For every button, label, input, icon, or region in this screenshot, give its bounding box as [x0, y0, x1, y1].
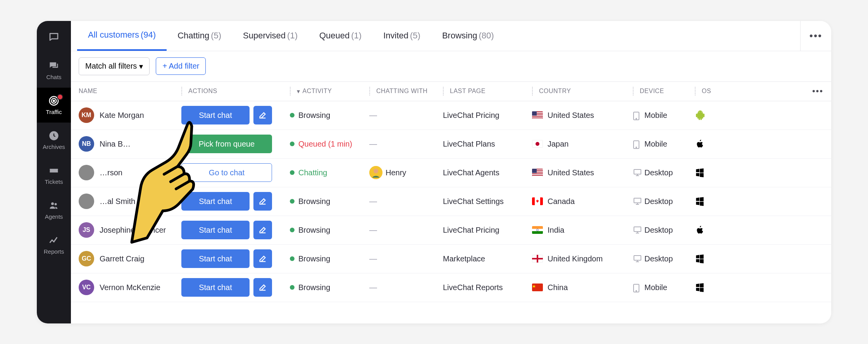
empty-value: —	[369, 254, 377, 263]
table-row[interactable]: GCGarrett CraigStart chatBrowsing—Market…	[71, 245, 831, 273]
empty-value: —	[369, 226, 377, 235]
header-chatting-with[interactable]: Chatting with	[369, 87, 443, 95]
desktop-icon	[633, 169, 641, 176]
sidebar-item-chats[interactable]: Chats	[37, 53, 71, 88]
empty-value: —	[369, 197, 377, 206]
windows-os-icon	[695, 167, 706, 178]
clock-icon	[48, 130, 60, 142]
tab-label: Chatting	[177, 31, 209, 41]
status-dot-icon	[290, 285, 294, 290]
svg-point-20	[636, 147, 637, 148]
reports-chart-icon	[48, 235, 60, 246]
tab-label: Queued	[319, 31, 350, 41]
last-page: LiveChat Pricing	[443, 226, 499, 235]
edit-button[interactable]	[253, 106, 272, 124]
country-name: United Kingdom	[548, 254, 603, 263]
sidebar-item-tickets[interactable]: Tickets	[37, 157, 71, 192]
tab-all-customers[interactable]: All customers(94)	[77, 21, 167, 51]
table-row[interactable]: VCVernon McKenzieStart chatBrowsing—Live…	[71, 273, 831, 302]
sidebar-item-agents[interactable]: Agents	[37, 192, 71, 227]
last-page: LiveChat Pricing	[443, 111, 499, 120]
start-chat-button[interactable]: Start chat	[181, 221, 250, 239]
edit-button[interactable]	[253, 221, 272, 239]
header-country[interactable]: Country	[532, 87, 633, 95]
status-dot-icon	[290, 142, 294, 146]
status-dot-icon	[290, 256, 294, 261]
header-os[interactable]: OS	[695, 87, 718, 95]
filters-row: Match all filters ▾ + Add filter	[71, 51, 831, 82]
svg-point-2	[53, 100, 55, 102]
status-dot-icon	[290, 228, 294, 232]
svg-point-18	[536, 142, 539, 146]
sidebar-label: Agents	[45, 213, 63, 220]
customer-avatar: GC	[79, 251, 94, 266]
tab-browsing[interactable]: Browsing(80)	[431, 21, 505, 51]
flag-in-icon	[532, 226, 543, 234]
match-filters-label: Match all filters	[85, 62, 137, 71]
flag-ca-icon	[532, 197, 543, 205]
device-type: Desktop	[644, 226, 673, 235]
svg-point-5	[55, 203, 57, 205]
device-type: Desktop	[644, 254, 673, 263]
svg-rect-32	[532, 197, 535, 205]
customer-avatar: VC	[79, 280, 94, 295]
header-last-page[interactable]: Last page	[443, 87, 532, 95]
header-device[interactable]: Device	[633, 87, 695, 95]
svg-rect-11	[532, 118, 543, 119]
tab-chatting[interactable]: Chatting(5)	[167, 21, 232, 51]
caret-down-icon: ▾	[139, 62, 143, 71]
activity-status: Chatting	[298, 168, 327, 177]
tab-count: (1)	[351, 31, 362, 41]
customer-name: Garrett Craig	[100, 254, 145, 263]
start-chat-button[interactable]: Start chat	[181, 278, 250, 297]
last-page: LiveChat Agents	[443, 168, 499, 177]
flag-us-icon	[532, 111, 543, 119]
edit-button[interactable]	[253, 249, 272, 268]
tab-count: (1)	[287, 31, 298, 41]
sidebar-label: Chats	[46, 74, 61, 80]
sidebar-item-traffic[interactable]: Traffic	[37, 88, 71, 123]
sidebar-label: Tickets	[45, 178, 63, 185]
svg-rect-42	[532, 283, 543, 291]
sidebar-item-chat-bubble[interactable]	[37, 21, 71, 53]
customer-avatar	[79, 194, 94, 209]
empty-value: —	[369, 111, 377, 120]
svg-rect-28	[532, 176, 543, 176]
windows-os-icon	[695, 253, 706, 264]
tab-queued[interactable]: Queued(1)	[308, 21, 372, 51]
svg-rect-27	[532, 174, 543, 175]
tab-label: Invited	[383, 31, 408, 41]
sidebar-item-archives[interactable]: Archives	[37, 123, 71, 157]
device-type: Mobile	[644, 283, 667, 292]
svg-point-4	[51, 202, 54, 205]
customer-name: Kate Morgan	[100, 111, 144, 120]
add-filter-button[interactable]: + Add filter	[156, 57, 206, 75]
sidebar-item-reports[interactable]: Reports	[37, 227, 71, 262]
table-headers: Name Actions ▾Activity Chatting with Las…	[71, 82, 831, 101]
match-filters-select[interactable]: Match all filters ▾	[79, 57, 150, 75]
column-options-button[interactable]: •••	[812, 86, 823, 96]
empty-value: —	[369, 140, 377, 149]
column-separator-icon	[695, 87, 696, 95]
tab-label: Supervised	[243, 31, 286, 41]
edit-button[interactable]	[253, 192, 272, 211]
notification-dot-icon	[57, 94, 63, 100]
header-actions[interactable]: Actions	[181, 87, 290, 95]
apple-os-icon	[695, 225, 706, 235]
tabs-row: All customers(94)Chatting(5)Supervised(1…	[71, 21, 831, 51]
mobile-icon	[633, 111, 641, 119]
tab-supervised[interactable]: Supervised(1)	[232, 21, 308, 51]
customer-name: Vernon McKenzie	[100, 283, 160, 292]
last-page: LiveChat Settings	[443, 197, 504, 206]
sort-caret-icon: ▾	[297, 88, 300, 95]
edit-button[interactable]	[253, 278, 272, 297]
header-activity[interactable]: ▾Activity	[290, 87, 369, 95]
tab-invited[interactable]: Invited(5)	[372, 21, 431, 51]
header-name[interactable]: Name	[79, 88, 181, 95]
column-separator-icon	[290, 87, 291, 95]
more-options-button[interactable]: •••	[800, 21, 831, 51]
start-chat-button[interactable]: Start chat	[181, 249, 250, 268]
column-separator-icon	[443, 87, 444, 95]
desktop-icon	[633, 197, 641, 205]
svg-point-15	[699, 112, 699, 112]
